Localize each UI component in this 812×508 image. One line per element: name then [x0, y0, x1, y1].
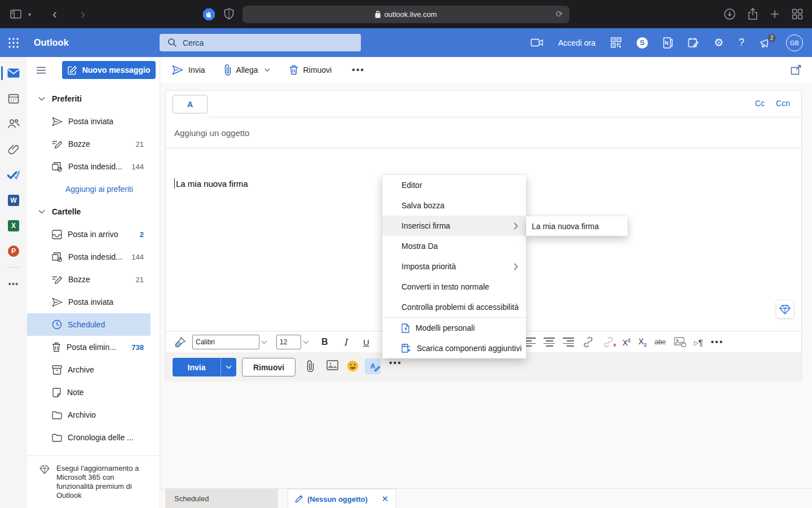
insert-picture-icon[interactable]	[326, 360, 338, 370]
app-launcher-icon[interactable]	[7, 37, 20, 49]
italic-button[interactable]: I	[344, 337, 347, 348]
submenu-item-la-mia-nuova-firma[interactable]: La mia nuova firma	[526, 216, 628, 236]
align-center-button[interactable]	[544, 338, 555, 346]
superscript-button[interactable]: X2	[623, 338, 630, 347]
insert-image-button[interactable]	[674, 337, 686, 347]
menu-item-mostra-da[interactable]: Mostra Da	[382, 236, 526, 256]
emoji-icon[interactable]	[347, 360, 359, 372]
share-icon[interactable]	[748, 8, 758, 20]
chevron-down-icon[interactable]	[261, 340, 267, 344]
insert-link-button[interactable]	[582, 337, 594, 347]
sidebar-toggle-icon[interactable]	[10, 10, 21, 19]
rail-files-icon[interactable]	[0, 137, 27, 162]
align-right-button[interactable]	[563, 338, 574, 346]
tab-overview-icon[interactable]	[792, 8, 803, 20]
chevron-down-icon[interactable]: ▾	[28, 11, 31, 17]
sidebar-item-posta-in-arrivo[interactable]: Posta in arrivo 2	[27, 223, 151, 246]
reload-icon[interactable]: ⟳	[555, 9, 563, 19]
menu-item-inserisci-firma[interactable]: Inserisci firma	[382, 216, 526, 236]
whats-new-megaphone-icon[interactable]: 2	[760, 38, 771, 48]
sidebar-item-posta-inviata-2[interactable]: Posta inviata	[27, 291, 151, 313]
discard-button-toolbar[interactable]: Rimuovi	[289, 65, 332, 75]
todo-planner-icon[interactable]	[688, 37, 699, 48]
back-button[interactable]: ‹	[52, 7, 57, 21]
favorites-section-header[interactable]: Preferiti	[27, 87, 160, 110]
sidebar-item-posta-eliminata[interactable]: Posta elimin... 738	[27, 336, 151, 358]
tab-compose-draft[interactable]: (Nessun oggetto) ✕	[288, 489, 396, 508]
sidebar-item-posta-inviata[interactable]: Posta inviata	[27, 110, 151, 133]
menu-item-modelli-personali[interactable]: Modelli personali	[382, 318, 526, 338]
menu-item-converti-testo[interactable]: Converti in testo normale	[382, 277, 526, 297]
bold-button[interactable]: B	[321, 337, 328, 347]
upgrade-banner[interactable]: Esegui l'aggiornamento a Microsoft 365 c…	[27, 456, 160, 500]
menu-item-imposta-priorita[interactable]: Imposta priorità	[382, 256, 526, 277]
attach-file-icon[interactable]	[307, 360, 314, 373]
sidebar-item-posta-indesiderata-2[interactable]: Posta indesid... 144	[27, 246, 151, 268]
rail-calendar-icon[interactable]	[0, 86, 27, 111]
format-painter-icon[interactable]	[174, 336, 187, 348]
editor-options-button[interactable]: A	[365, 358, 381, 374]
sidebar-item-posta-indesiderata[interactable]: Posta indesid... 144	[27, 155, 151, 178]
sidebar-item-bozze[interactable]: Bozze 21	[27, 133, 151, 155]
rail-excel-icon[interactable]: X	[0, 213, 27, 238]
rail-mail-icon[interactable]	[0, 60, 27, 86]
hamburger-menu-icon[interactable]	[36, 67, 46, 74]
more-formatting-icon[interactable]: •••	[711, 337, 724, 347]
meet-camera-icon[interactable]	[531, 38, 543, 47]
more-options-icon[interactable]: •••	[352, 65, 365, 75]
onenote-icon[interactable]	[663, 37, 673, 49]
premium-diamond-button[interactable]	[776, 301, 793, 318]
tab-scheduled[interactable]: Scheduled	[165, 489, 278, 508]
sidebar-item-note[interactable]: Note	[27, 381, 151, 404]
help-icon[interactable]: ?	[739, 37, 744, 49]
bcc-link[interactable]: Ccn	[776, 99, 790, 108]
subject-input[interactable]: Aggiungi un oggetto	[166, 117, 801, 148]
folders-section-header[interactable]: Cartelle	[27, 200, 160, 223]
send-button[interactable]: Invia	[173, 358, 220, 376]
sidebar-item-archivio[interactable]: Archivio	[27, 404, 151, 426]
privacy-extension-icon[interactable]	[203, 8, 215, 20]
subscript-button[interactable]: X2	[638, 337, 646, 348]
search-input[interactable]: Cerca	[160, 34, 361, 51]
remove-link-button[interactable]: ×	[602, 337, 615, 347]
rail-more-icon[interactable]: •••	[0, 271, 27, 296]
font-family-select[interactable]: Calibri	[192, 335, 259, 349]
send-options-chevron[interactable]	[220, 358, 236, 376]
open-in-new-window-icon[interactable]	[791, 65, 802, 75]
rail-word-icon[interactable]: W	[0, 187, 27, 213]
send-button-toolbar[interactable]: Invia	[172, 65, 205, 75]
shield-extension-icon[interactable]	[224, 8, 234, 20]
sidebar-item-archive[interactable]: Archive	[27, 358, 151, 381]
menu-item-componenti-aggiuntivi[interactable]: Scarica componenti aggiuntivi	[382, 338, 526, 358]
skype-icon[interactable]: S	[637, 37, 648, 49]
menu-item-editor[interactable]: Editor	[382, 175, 526, 195]
to-button[interactable]: A	[173, 95, 208, 113]
rail-todo-icon[interactable]	[0, 162, 27, 187]
sign-in-link[interactable]: Accedi ora	[558, 38, 595, 47]
cc-link[interactable]: Cc	[755, 99, 765, 108]
avatar[interactable]: GB	[786, 34, 803, 51]
qr-code-icon[interactable]	[611, 37, 621, 48]
rail-powerpoint-icon[interactable]: P	[0, 238, 27, 264]
discard-button[interactable]: Rimuovi	[242, 358, 295, 376]
more-actions-icon[interactable]: •••	[389, 358, 402, 368]
address-bar[interactable]: outlook.live.com ⟳	[242, 6, 570, 23]
sidebar-item-bozze-2[interactable]: Bozze 21	[27, 268, 151, 291]
forward-button[interactable]: ›	[81, 7, 85, 21]
align-left-button[interactable]	[524, 338, 536, 346]
new-message-button[interactable]: Nuovo messaggio	[62, 61, 156, 79]
downloads-icon[interactable]	[723, 8, 736, 20]
recipient-row[interactable]: A Cc Ccn	[166, 91, 801, 117]
new-tab-icon[interactable]	[770, 9, 780, 19]
chevron-down-icon[interactable]	[303, 340, 309, 344]
sidebar-item-cronologia[interactable]: Cronologia delle ...	[27, 426, 151, 449]
close-tab-icon[interactable]: ✕	[381, 494, 389, 504]
strikethrough-button[interactable]: abe	[655, 338, 666, 346]
paragraph-direction-button[interactable]: ▷¶	[694, 338, 703, 347]
menu-item-salva-bozza[interactable]: Salva bozza	[382, 195, 526, 216]
menu-item-accessibilita[interactable]: Controlla problemi di accessibilità	[382, 297, 526, 317]
underline-button[interactable]: U	[363, 338, 369, 347]
attach-button[interactable]: Allega	[224, 64, 270, 76]
font-size-select[interactable]: 12	[276, 335, 301, 349]
add-favorites-link[interactable]: Aggiungi ai preferiti	[27, 178, 160, 200]
